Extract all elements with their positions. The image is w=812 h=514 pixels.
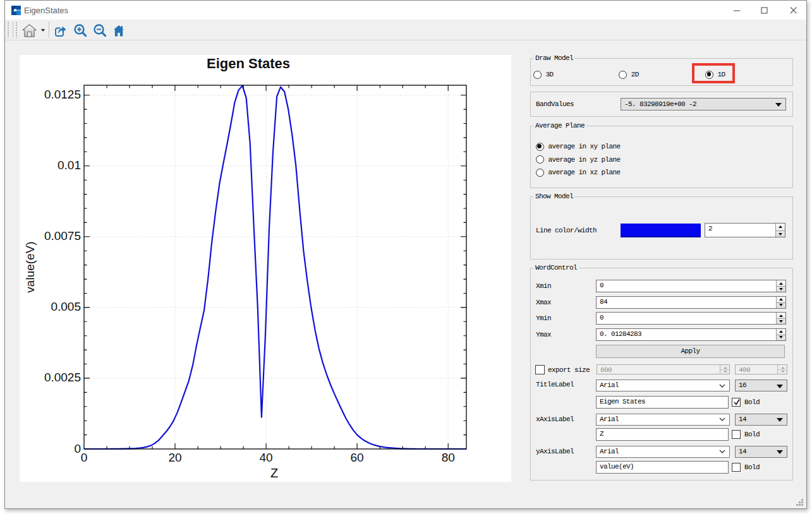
svg-text:Eigen States: Eigen States — [207, 56, 290, 71]
svg-text:0.0125: 0.0125 — [44, 88, 81, 101]
svg-text:0.0075: 0.0075 — [44, 229, 81, 242]
svg-text:0.0025: 0.0025 — [44, 371, 81, 384]
svg-text:Z: Z — [270, 466, 278, 480]
svg-text:value(eV): value(eV) — [23, 241, 37, 292]
svg-text:60: 60 — [351, 451, 364, 464]
svg-text:0.005: 0.005 — [51, 300, 81, 313]
svg-text:40: 40 — [260, 451, 273, 464]
svg-text:80: 80 — [442, 451, 455, 464]
svg-text:20: 20 — [168, 451, 181, 464]
svg-text:0: 0 — [81, 451, 88, 464]
svg-text:0: 0 — [74, 442, 81, 455]
svg-text:0.01: 0.01 — [58, 158, 81, 172]
